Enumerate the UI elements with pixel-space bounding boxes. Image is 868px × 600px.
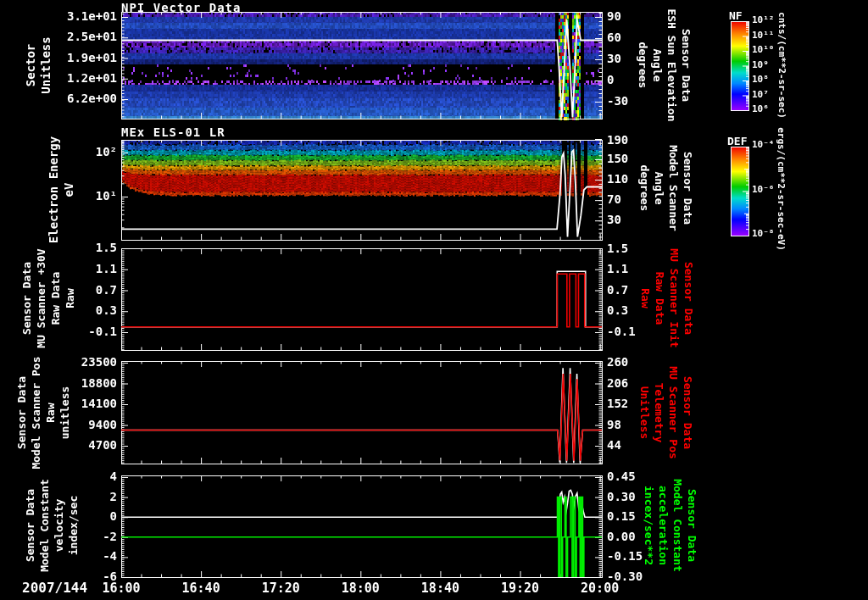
- right-tick-pos: 260: [607, 355, 666, 369]
- right-tick-pos: 152: [607, 397, 666, 410]
- nf-cb-tick: 10¹²: [752, 14, 775, 25]
- right-tick-npi: 60: [607, 31, 666, 44]
- right-tick-vel: 0.30: [607, 490, 666, 503]
- right-tick-p30v: 1.1: [607, 262, 666, 275]
- time-tick: 17:20: [255, 581, 306, 596]
- left-tick-npi: 3.1e+01: [54, 9, 117, 23]
- time-tick: 18:40: [415, 581, 465, 596]
- left-tick-vel: -2: [54, 530, 117, 543]
- right-tick-pos: 44: [607, 438, 666, 452]
- left-tick-pos: 14100: [54, 397, 117, 410]
- right-tick-vel: 0.00: [607, 530, 666, 543]
- left-tick-npi: 1.2e+01: [54, 71, 117, 85]
- time-tick: 16:40: [175, 581, 226, 596]
- left-tick-p30v: 0.3: [54, 303, 117, 317]
- time-tick: 20:00: [575, 581, 626, 596]
- right-tick-vel: 0.45: [607, 469, 666, 483]
- def-cb-tick: 10⁻⁴: [752, 139, 775, 150]
- left-tick-npi: 6.2e+00: [54, 92, 117, 105]
- def-colorbar-unit: ergs/(cm**2-sr-sec-eV): [775, 127, 787, 251]
- left-tick-pos: 23500: [54, 355, 117, 369]
- left-tick-pos: 9400: [54, 418, 117, 431]
- nf-cb-tick: 10¹⁰: [752, 44, 775, 55]
- nf-cb-tick: 10⁸: [752, 74, 769, 85]
- right-tick-pos: 206: [607, 376, 666, 390]
- right-tick-els: 70: [607, 192, 666, 206]
- def-cb-tick: 10⁻⁶: [752, 184, 775, 195]
- left-tick-pos: 18800: [54, 376, 117, 390]
- plots-canvas: [0, 0, 868, 600]
- nf-colorbar-unit: cnts/(cm**2-sr-sec): [776, 12, 787, 119]
- nf-cb-tick: 10⁹: [752, 59, 769, 70]
- time-tick: 16:00: [96, 581, 147, 596]
- right-tick-vel: 0.15: [607, 509, 666, 523]
- right-tick-npi: 0: [607, 73, 666, 86]
- panel2-title: MEx ELS-01 LR: [121, 125, 225, 139]
- right-tick-els: 30: [607, 213, 666, 226]
- left-tick-vel: 4: [54, 469, 117, 483]
- right-tick-p30v: 0.3: [607, 303, 666, 317]
- nf-cb-tick: 10⁷: [752, 89, 769, 100]
- right-tick-els: 150: [607, 152, 666, 165]
- left-tick-els: 10¹: [54, 189, 117, 203]
- panel1-left-axis-label: Sector Unitless: [23, 36, 53, 93]
- right-tick-p30v: 0.7: [607, 283, 666, 297]
- right-tick-els: 190: [607, 133, 666, 147]
- right-tick-p30v: 1.5: [607, 242, 666, 255]
- right-tick-p30v: -0.1: [607, 325, 666, 338]
- left-tick-p30v: 1.1: [54, 262, 117, 275]
- right-tick-els: 110: [607, 172, 666, 186]
- left-tick-vel: -4: [54, 549, 117, 563]
- panel4-left-axis-label: Sensor Data Model Scanner Pos Raw unitle…: [15, 356, 73, 469]
- left-tick-npi: 1.9e+01: [54, 51, 117, 64]
- right-tick-npi: 30: [607, 52, 666, 65]
- right-tick-npi: 90: [607, 9, 666, 23]
- right-tick-pos: 98: [607, 418, 666, 431]
- time-tick: 19:20: [495, 581, 546, 596]
- left-tick-pos: 4700: [54, 438, 117, 452]
- nf-colorbar-title: NF: [729, 9, 743, 22]
- left-tick-p30v: 1.5: [54, 241, 117, 254]
- right-tick-npi: -30: [607, 94, 666, 108]
- time-tick: 18:00: [335, 581, 386, 596]
- left-tick-p30v: 0.7: [54, 283, 117, 297]
- panel1-title: NPI Vector Data: [121, 1, 241, 14]
- left-tick-npi: 2.5e+01: [54, 30, 117, 43]
- left-tick-els: 10²: [54, 145, 117, 158]
- right-tick-vel: -0.15: [607, 549, 666, 563]
- left-tick-vel: 2: [54, 490, 117, 503]
- plot-page: NPI Vector Data MEx ELS-01 LR Sector Uni…: [0, 0, 868, 600]
- def-colorbar-title: DEF: [727, 135, 747, 147]
- nf-cb-tick: 10¹¹: [752, 30, 775, 41]
- left-tick-p30v: -0.1: [54, 325, 117, 338]
- def-cb-tick: 10⁻⁸: [752, 228, 775, 239]
- left-tick-vel: 0: [54, 509, 117, 523]
- nf-cb-tick: 10⁶: [752, 103, 769, 114]
